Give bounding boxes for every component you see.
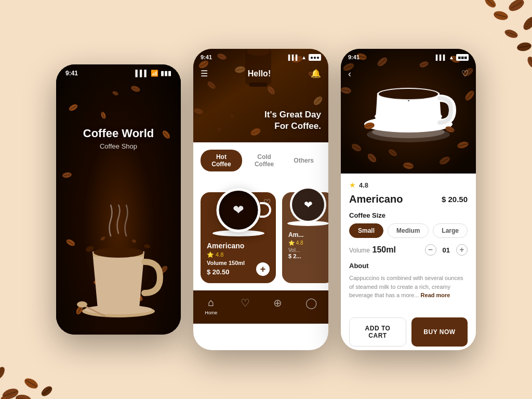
svg-point-12 [526, 55, 532, 70]
svg-point-16 [23, 376, 39, 391]
add-to-cart-button[interactable]: ADD TO CART [349, 317, 406, 347]
product-list: ❤ ♡ Americano ⭐ 4.8 Volume 150ml [193, 177, 328, 290]
quantity-control: − 01 + [425, 244, 468, 256]
product-volume-2: Vol... [288, 247, 328, 253]
svg-point-58 [218, 128, 221, 131]
product-rating-row: ★ 4.8 [349, 181, 468, 189]
svg-point-26 [94, 247, 143, 258]
status-icons-1: ▌▌▌ 📶 ▮▮▮ [135, 70, 171, 77]
read-more-link[interactable]: Read more [421, 292, 450, 298]
nav-cart[interactable]: ⊕ [273, 297, 282, 315]
size-medium[interactable]: Medium [388, 223, 429, 238]
svg-line-7 [506, 32, 517, 36]
product-price-2: $ 2... [288, 253, 328, 259]
greeting-text: Hello! [248, 69, 271, 78]
phone3-status-bar: 9:41 ▌▌▌ ▲ ■■■ [341, 49, 476, 61]
size-selector: Small Medium Large [349, 223, 468, 238]
splash-title: Coffee World [56, 127, 181, 140]
svg-point-31 [100, 236, 106, 242]
quantity-increase[interactable]: + [456, 244, 468, 256]
phones-container: 9:41 ▌▌▌ 📶 ▮▮▮ Coffee World Coffee Shop [56, 49, 476, 350]
status-time-3: 9:41 [348, 54, 360, 61]
quantity-value: 01 [443, 246, 450, 254]
product-title-price-row: Americano $ 20.50 [349, 193, 468, 205]
product-name-2: Am... [288, 231, 328, 238]
nav-favorites[interactable]: ♡ [241, 297, 250, 315]
svg-point-34 [77, 301, 87, 308]
svg-point-6 [503, 28, 518, 39]
battery-icon-3: ■■■ [456, 54, 469, 61]
svg-line-15 [4, 391, 17, 396]
size-section-label: Coffee Size [349, 211, 468, 219]
svg-point-98 [379, 89, 438, 99]
signal-icon-2: ▌▌▌ [288, 55, 299, 60]
nav-home-label: Home [205, 310, 217, 315]
wifi-icon-3: ▲ [449, 55, 454, 60]
wifi-icon-2: ▲ [301, 55, 307, 60]
svg-point-24 [0, 395, 11, 399]
heart-nav-icon: ♡ [241, 297, 250, 309]
volume-info: Volume 150ml [349, 245, 396, 255]
svg-point-10 [483, 0, 497, 9]
category-tabs: Hot Coffee Cold Coffee Others [193, 142, 328, 177]
about-label: About [349, 262, 468, 270]
svg-point-20 [15, 394, 32, 399]
detail-nav-icons: ‹ ♡ [341, 65, 476, 83]
nav-home[interactable]: ⌂ Home [205, 297, 217, 315]
favorite-icon[interactable]: ♡ [461, 69, 469, 79]
action-buttons-row: ADD TO CART BUY NOW [341, 312, 476, 351]
svg-rect-61 [249, 83, 267, 87]
detail-header-image: ❤ 9:41 ▌▌▌ ▲ ■■■ [341, 49, 476, 174]
buy-now-button[interactable]: BUY NOW [411, 317, 468, 347]
phone2-nav-bar: ☰ Hello! 🔔 [193, 65, 328, 82]
rating-value: 4.8 [359, 181, 368, 189]
status-time-1: 9:41 [65, 70, 78, 77]
svg-line-17 [26, 380, 37, 387]
phone2-status-bar: 9:41 ▌▌▌ ▲ ●●● [193, 49, 328, 61]
quantity-decrease[interactable]: − [425, 244, 436, 256]
hero-text: It's Great DayFor Coffee. [264, 109, 321, 132]
tab-others[interactable]: Others [286, 153, 321, 168]
tab-hot-coffee[interactable]: Hot Coffee [201, 150, 242, 171]
volume-value: 150ml [372, 245, 395, 254]
product-rating-2: ⭐ 4.8 [288, 240, 328, 246]
svg-line-23 [43, 388, 50, 395]
hamburger-icon[interactable]: ☰ [201, 69, 208, 78]
signal-icon-3: ▌▌▌ [436, 55, 447, 60]
svg-line-1 [511, 2, 522, 8]
tab-cold-coffee[interactable]: Cold Coffee [242, 150, 287, 171]
splash-cup-illustration [66, 205, 170, 319]
battery-icon-2: ●●● [309, 54, 321, 61]
splash-subtitle: Coffee Shop [56, 142, 181, 150]
favorite-icon-card1[interactable]: ♡ [263, 197, 271, 207]
svg-line-19 [0, 368, 3, 378]
phone-detail: ❤ 9:41 ▌▌▌ ▲ ■■■ [341, 49, 476, 350]
nav-profile[interactable]: ◯ [305, 297, 317, 315]
bottom-navigation: ⌂ Home ♡ ⊕ ◯ [193, 290, 328, 324]
menu-header-image: 9:41 ▌▌▌ ▲ ●●● ☰ Hello! 🔔 It's Great Day… [193, 49, 328, 142]
svg-line-5 [525, 19, 532, 28]
svg-point-18 [0, 365, 7, 381]
about-section: About Cappuccino is combined with severa… [349, 262, 468, 300]
home-icon: ⌂ [208, 297, 214, 309]
size-small[interactable]: Small [349, 223, 383, 238]
product-detail-body: ★ 4.8 Americano $ 20.50 Coffee Size Smal… [341, 174, 476, 312]
profile-icon: ◯ [305, 297, 317, 309]
product-card-americano: ❤ ♡ Americano ⭐ 4.8 Volume 150ml [201, 192, 276, 283]
back-icon[interactable]: ‹ [348, 69, 351, 79]
rating-star: ★ [349, 181, 356, 189]
add-to-cart-btn-1[interactable]: + [256, 262, 270, 276]
notification-icon[interactable]: 🔔 [311, 69, 321, 78]
signal-icon: ▌▌▌ [135, 70, 149, 77]
product-rating-1: ⭐ 4.8 [207, 251, 270, 258]
volume-label: Volume [349, 247, 370, 254]
about-text: Cappuccino is combined with several ounc… [349, 274, 468, 300]
cart-icon: ⊕ [273, 297, 282, 309]
svg-point-0 [507, 0, 526, 14]
svg-point-32 [131, 239, 137, 244]
svg-line-11 [486, 0, 494, 6]
svg-point-28 [85, 305, 152, 314]
wifi-icon: 📶 [151, 70, 158, 77]
size-large[interactable]: Large [433, 223, 468, 238]
svg-point-56 [231, 115, 234, 118]
